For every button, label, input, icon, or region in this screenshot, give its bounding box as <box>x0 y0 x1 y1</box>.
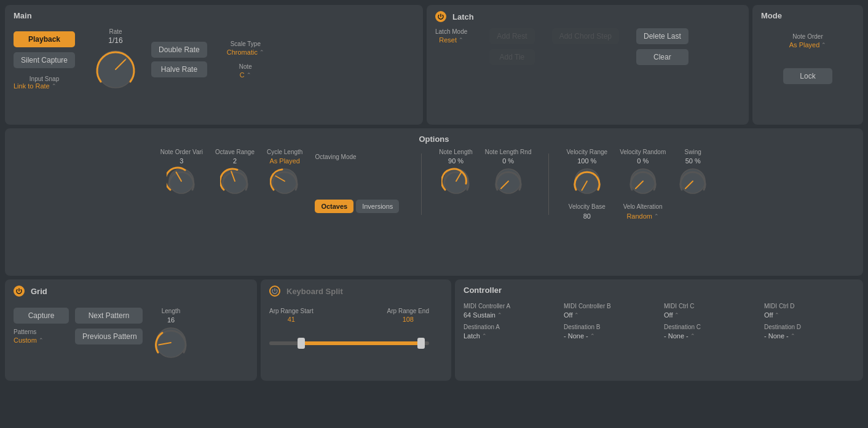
options-divider-2 <box>548 154 549 215</box>
note-label: Note <box>239 63 252 70</box>
note-order-vari-label: Note Order Vari <box>160 149 203 155</box>
keyboard-split-power-button[interactable] <box>269 286 280 297</box>
previous-pattern-button[interactable]: Previous Pattern <box>75 329 143 344</box>
keyboard-split-panel: Keyboard Split Arp Range Start 41 Arp Ra… <box>261 279 451 381</box>
octave-range-label: Octave Range <box>215 149 254 155</box>
note-length-rnd-label: Note Length Rnd <box>485 149 532 155</box>
velocity-range-knob[interactable] <box>572 166 602 196</box>
scale-type-label: Scale Type <box>231 41 261 47</box>
latch-power-button[interactable] <box>435 11 446 22</box>
capture-button[interactable]: Capture <box>14 308 69 324</box>
midi-ctrl-b-select[interactable]: Off ⌃ <box>564 311 654 319</box>
inversions-button[interactable]: Inversions <box>356 200 399 213</box>
link-to-rate-select[interactable]: Link to Rate ⌃ <box>14 82 75 90</box>
grid-length-knob-group: Length 16 <box>154 308 188 360</box>
note-length-knob[interactable] <box>441 166 471 196</box>
cycle-length-label: Cycle Length <box>267 149 302 155</box>
note-order-vari-value: 3 <box>180 157 183 165</box>
arp-range-slider[interactable] <box>269 338 429 349</box>
midi-ctrl-c-item: MIDI Ctrl C Off ⌃ <box>664 303 754 319</box>
midi-ctrl-a-label: MIDI Controller A <box>464 303 554 309</box>
dest-b-select[interactable]: - None - ⌃ <box>564 332 654 340</box>
midi-ctrl-d-chevron: ⌃ <box>775 312 779 318</box>
octaves-button[interactable]: Octaves <box>315 200 353 213</box>
latch-mode-control: Latch Mode Reset ⌃ <box>435 28 467 44</box>
add-tie-button[interactable]: Add Tie <box>489 49 534 65</box>
patterns-chevron: ⌃ <box>39 337 44 343</box>
arp-range-end-value: 108 <box>403 316 414 323</box>
dest-a-label: Destination A <box>464 324 554 330</box>
midi-ctrl-c-chevron: ⌃ <box>674 312 679 318</box>
arp-range-end-label: Arp Range End <box>387 308 429 314</box>
playback-button[interactable]: Playback <box>14 31 75 47</box>
link-to-rate-chevron: ⌃ <box>52 83 57 89</box>
dest-d-select[interactable]: - None - ⌃ <box>764 332 854 340</box>
grid-panel: Grid Capture Patterns Custom ⌃ Next Patt… <box>5 279 257 381</box>
cycle-length-knob-group: Cycle Length As Played <box>267 149 302 196</box>
lock-button[interactable]: Lock <box>783 68 832 84</box>
note-order-select[interactable]: As Played ⌃ <box>789 41 827 49</box>
next-pattern-button[interactable]: Next Pattern <box>75 308 143 324</box>
latch-mode-value: Reset <box>439 36 457 44</box>
dest-b-value: - None - <box>564 332 588 340</box>
velo-alteration-select[interactable]: Random ⌃ <box>626 212 659 220</box>
dest-c-select[interactable]: - None - ⌃ <box>664 332 754 340</box>
mode-panel: Mode Note Order As Played ⌃ Lock <box>752 5 863 125</box>
velocity-range-label: Velocity Range <box>566 149 607 155</box>
grid-power-button[interactable] <box>14 286 25 297</box>
halve-rate-button[interactable]: Halve Rate <box>151 61 207 77</box>
rate-knob[interactable] <box>95 49 136 90</box>
delete-last-button[interactable]: Delete Last <box>636 28 688 44</box>
patterns-value: Custom <box>14 337 37 344</box>
octaving-mode-label: Octaving Mode <box>315 154 356 160</box>
midi-ctrl-c-value: Off <box>664 311 673 319</box>
latch-mode-select[interactable]: Reset ⌃ <box>439 36 464 44</box>
silent-capture-button[interactable]: Silent Capture <box>14 52 75 68</box>
grid-length-value: 16 <box>167 316 175 324</box>
octave-range-knob[interactable] <box>220 166 250 196</box>
note-value: C <box>240 71 245 79</box>
clear-button[interactable]: Clear <box>636 49 688 65</box>
dest-a-value: Latch <box>464 332 480 340</box>
slider-thumb-start[interactable] <box>298 338 305 349</box>
velo-alteration-chevron: ⌃ <box>654 213 659 219</box>
add-chord-step-button[interactable]: Add Chord Step <box>552 28 619 44</box>
dest-a-select[interactable]: Latch ⌃ <box>464 332 554 340</box>
midi-ctrl-c-select[interactable]: Off ⌃ <box>664 311 754 319</box>
note-order-label: Note Order <box>792 33 823 40</box>
note-length-rnd-knob-group: Note Length Rnd 0 % <box>485 149 532 196</box>
scale-type-select[interactable]: Chromatic ⌃ <box>227 49 264 56</box>
note-length-rnd-value: 0 % <box>502 157 514 165</box>
rate-value: 1/16 <box>108 36 122 45</box>
note-length-rnd-knob[interactable] <box>494 166 523 196</box>
note-order-vari-knob[interactable] <box>167 166 196 196</box>
swing-knob[interactable] <box>678 166 708 196</box>
midi-ctrl-a-value: 64 Sustain <box>464 311 495 319</box>
note-select[interactable]: C ⌃ <box>240 71 251 79</box>
double-rate-button[interactable]: Double Rate <box>151 42 207 58</box>
swing-label: Swing <box>685 149 701 155</box>
midi-ctrl-a-select[interactable]: 64 Sustain ⌃ <box>464 311 554 319</box>
note-length-knob-group: Note Length 90 % <box>439 149 473 196</box>
velocity-range-knob-group: Velocity Range 100 % <box>566 149 607 196</box>
note-order-control: Note Order As Played ⌃ <box>789 33 827 49</box>
dest-c-item: Destination C - None - ⌃ <box>664 324 754 340</box>
octave-range-knob-group: Octave Range 2 <box>215 149 254 196</box>
cycle-length-knob[interactable] <box>270 166 299 196</box>
dest-b-item: Destination B - None - ⌃ <box>564 324 654 340</box>
midi-ctrl-b-label: MIDI Controller B <box>564 303 654 309</box>
dest-a-chevron: ⌃ <box>482 333 487 339</box>
grid-length-knob[interactable] <box>154 325 188 360</box>
slider-thumb-end[interactable] <box>417 338 425 349</box>
midi-ctrl-d-select[interactable]: Off ⌃ <box>764 311 854 319</box>
midi-ctrl-d-item: MIDI Ctrl D Off ⌃ <box>764 303 854 319</box>
latch-panel: Latch Latch Mode Reset ⌃ Add Rest Add Ti… <box>427 5 749 125</box>
add-rest-button[interactable]: Add Rest <box>489 28 534 44</box>
velocity-random-knob[interactable] <box>628 166 658 196</box>
velocity-base-label: Velocity Base <box>569 203 606 210</box>
arp-range-end-control: Arp Range End 108 <box>387 308 429 323</box>
midi-ctrl-a-item: MIDI Controller A 64 Sustain ⌃ <box>464 303 554 319</box>
midi-ctrl-b-chevron: ⌃ <box>574 312 579 318</box>
patterns-select[interactable]: Custom ⌃ <box>14 337 44 344</box>
dest-d-value: - None - <box>764 332 789 340</box>
